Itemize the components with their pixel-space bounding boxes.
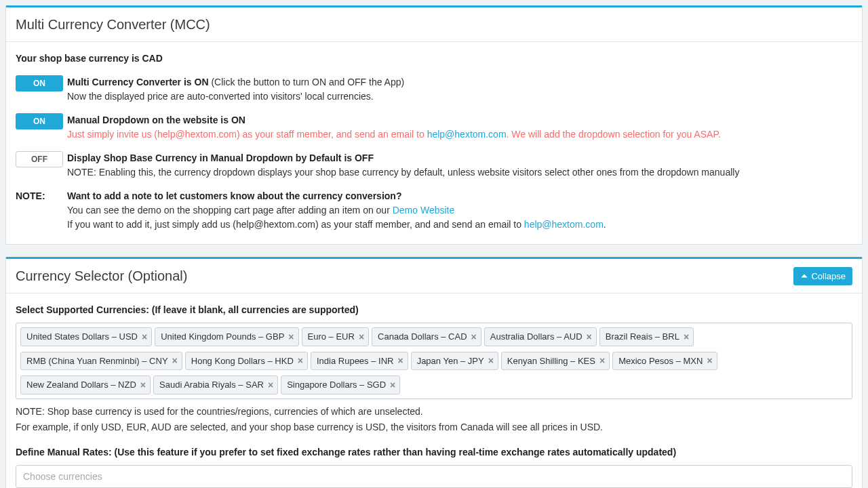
currency-tag: Hong Kong Dollars – HKD× [185, 352, 308, 371]
currency-selector-header: Currency Selector (Optional) Collapse [6, 259, 862, 293]
converter-toggle-row: ON Multi Currency Converter is ON (Click… [16, 75, 852, 104]
currency-tag-label: Singapore Dollars – SGD [287, 378, 386, 392]
currency-tag: Singapore Dollars – SGD× [281, 375, 400, 394]
currency-tag: India Rupees – INR× [311, 352, 408, 371]
help-email-link-2[interactable]: help@hextom.com [524, 219, 604, 230]
currency-tag-label: India Rupees – INR [317, 354, 393, 368]
note-question: Want to add a note to let customers know… [67, 189, 852, 203]
converter-toggle[interactable]: ON [16, 75, 63, 92]
remove-tag-icon[interactable]: × [172, 356, 178, 365]
currency-tag: Kenyan Shilling – KES× [501, 352, 610, 371]
note-line-1: You can see the demo on the shopping car… [67, 203, 852, 218]
converter-heading-note: (Click the button to turn ON and OFF the… [211, 77, 404, 87]
manual-rates-label: Define Manual Rates: (Use this feature i… [16, 445, 852, 460]
remove-tag-icon[interactable]: × [268, 380, 273, 390]
currency-tag-label: Kenyan Shilling – KES [507, 354, 595, 368]
currency-tag-label: Canada Dollars – CAD [378, 330, 467, 344]
currency-tag: Euro – EUR× [302, 327, 370, 346]
currency-tag-label: Mexico Pesos – MXN [618, 354, 703, 368]
collapse-button-label: Collapse [811, 271, 846, 281]
base-default-desc: NOTE: Enabling this, the currency dropdo… [67, 165, 852, 180]
mcc-panel-body: Your shop base currency is CAD ON Multi … [6, 42, 862, 244]
dropdown-toggle-row: ON Manual Dropdown on the website is ON … [16, 113, 852, 142]
currency-tag-label: Australia Dollars – AUD [490, 330, 583, 344]
remove-tag-icon[interactable]: × [684, 332, 689, 342]
mcc-panel-header: Multi Currency Converter (MCC) [6, 7, 862, 42]
note-line-1-pre: You can see the demo on the shopping car… [67, 205, 393, 216]
currency-selector-body: Select Supported Currencies: (If leave i… [6, 293, 862, 488]
currency-tag: New Zealand Dollars – NZD× [20, 375, 151, 394]
dropdown-heading: Manual Dropdown on the website is ON [67, 113, 852, 127]
base-default-heading: Display Shop Base Currency in Manual Dro… [67, 151, 852, 165]
remove-tag-icon[interactable]: × [298, 356, 303, 365]
manual-rates-input[interactable] [16, 465, 852, 488]
collapse-button[interactable]: Collapse [793, 267, 852, 285]
currency-selector-panel: Currency Selector (Optional) Collapse Se… [5, 257, 863, 488]
currency-tag: Australia Dollars – AUD× [484, 327, 597, 346]
remove-tag-icon[interactable]: × [488, 356, 494, 365]
currency-tag-label: Hong Kong Dollars – HKD [191, 354, 294, 368]
base-default-toggle[interactable]: OFF [16, 151, 63, 167]
currency-tag-label: Japan Yen – JPY [417, 354, 484, 368]
note-line-2-pre: If you want to add it, just simply add u… [67, 219, 524, 230]
currency-tag: Brazil Reais – BRL× [599, 327, 694, 346]
remove-tag-icon[interactable]: × [288, 332, 294, 342]
currency-tag: Japan Yen – JPY× [411, 352, 498, 371]
currency-tag-label: New Zealand Dollars – NZD [26, 378, 136, 392]
dropdown-toggle[interactable]: ON [16, 113, 63, 129]
remove-tag-icon[interactable]: × [397, 356, 403, 365]
remove-tag-icon[interactable]: × [587, 332, 592, 342]
remove-tag-icon[interactable]: × [390, 380, 395, 390]
base-currency-line: Your shop base currency is CAD [16, 52, 852, 66]
currency-tag-label: United Kingdom Pounds – GBP [161, 330, 284, 344]
note-line-2: If you want to add it, just simply add u… [67, 218, 852, 232]
supported-currencies-input[interactable]: United States Dollars – USD×United Kingd… [16, 323, 852, 399]
converter-heading-wrap: Multi Currency Converter is ON (Click th… [67, 75, 852, 89]
currency-tag-label: United States Dollars – USD [26, 330, 138, 344]
note-label: NOTE: [16, 189, 67, 203]
currency-tag: RMB (China Yuan Renminbi) – CNY× [20, 352, 182, 371]
currency-tag: United States Dollars – USD× [20, 327, 152, 346]
converter-heading: Multi Currency Converter is ON [67, 77, 209, 87]
remove-tag-icon[interactable]: × [140, 380, 146, 390]
mcc-panel: Multi Currency Converter (MCC) Your shop… [5, 5, 863, 245]
note-row: NOTE: Want to add a note to let customer… [16, 189, 852, 232]
dropdown-desc-post: . We will add the dropdown selection for… [507, 129, 721, 140]
remove-tag-icon[interactable]: × [359, 332, 364, 342]
currency-tag: Mexico Pesos – MXN× [612, 352, 717, 371]
mcc-panel-title: Multi Currency Converter (MCC) [16, 14, 210, 35]
remove-tag-icon[interactable]: × [707, 356, 712, 365]
currency-note-2: For example, if only USD, EUR, AUD are s… [16, 420, 852, 434]
currency-tag-label: Brazil Reais – BRL [606, 330, 679, 344]
note-line-2-post: . [604, 219, 606, 230]
remove-tag-icon[interactable]: × [471, 332, 477, 342]
supported-currencies-label: Select Supported Currencies: (If leave i… [16, 303, 852, 317]
currency-note-1: NOTE: Shop base currency is used for the… [16, 405, 852, 419]
remove-tag-icon[interactable]: × [142, 332, 147, 342]
dropdown-desc: Just simply invite us (help@hextom.com) … [67, 127, 852, 142]
currency-selector-title: Currency Selector (Optional) [16, 266, 187, 286]
currency-tag: United Kingdom Pounds – GBP× [155, 327, 298, 346]
currency-tag-label: Saudi Arabia Riyals – SAR [159, 378, 264, 392]
currency-tag-label: RMB (China Yuan Renminbi) – CNY [26, 354, 168, 368]
help-email-link[interactable]: help@hextom.com [427, 129, 507, 140]
demo-website-link[interactable]: Demo Website [393, 205, 455, 216]
converter-desc: Now the displayed price are auto-convert… [67, 89, 852, 104]
chevron-up-icon [800, 272, 808, 280]
dropdown-desc-pre: Just simply invite us (help@hextom.com) … [67, 129, 427, 140]
currency-tag: Saudi Arabia Riyals – SAR× [153, 375, 278, 394]
remove-tag-icon[interactable]: × [599, 356, 605, 365]
currency-tag-label: Euro – EUR [308, 330, 355, 344]
base-default-toggle-row: OFF Display Shop Base Currency in Manual… [16, 151, 852, 180]
currency-tag: Canada Dollars – CAD× [372, 327, 481, 346]
